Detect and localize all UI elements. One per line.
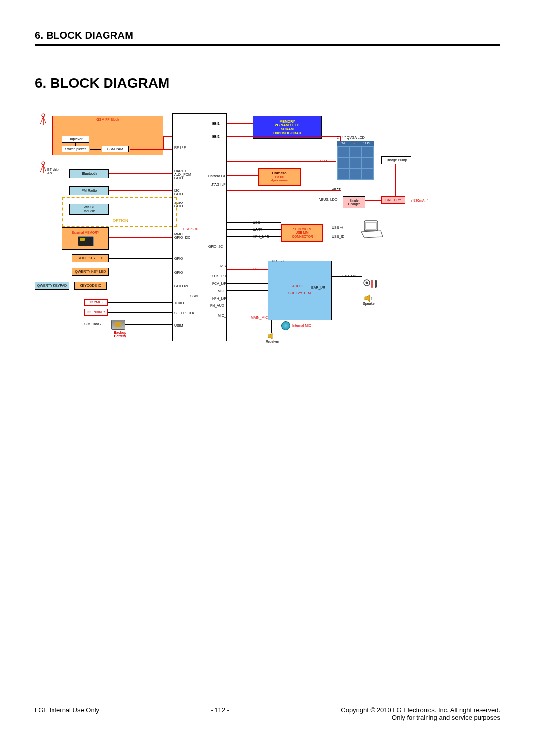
- internal-mic-label: Internal MIC: [292, 324, 311, 327]
- audio-subsystem-block: [268, 261, 332, 320]
- cpu-ebi2-label: EBI2: [212, 135, 220, 138]
- svg-rect-13: [374, 280, 377, 288]
- qwerty-key-led-block: QWERTY KEY LED: [72, 268, 109, 276]
- ear-lr-label: EAR_L/R: [311, 286, 325, 289]
- earphone-icon: [363, 278, 380, 292]
- speaker-icon: [364, 294, 374, 302]
- backup-battery-label: Backup Battery: [114, 331, 126, 338]
- antenna-icon: [40, 161, 48, 174]
- memory-l3: H8BCSOGI0BAR: [273, 131, 301, 135]
- cpu-mic2-label: MIC_: [218, 314, 226, 317]
- lcd-screen-block: Tel●12:45: [337, 141, 374, 180]
- cpu-usim-label: USIM: [174, 324, 183, 327]
- connector-l3: CONNECTOR: [292, 235, 313, 238]
- cpu-sleepclk-label: SLEEP_CLK: [174, 311, 194, 315]
- cpu-uart1-label: UART 1 AUX_PCM GPIO: [174, 169, 191, 180]
- sub-system-label: SUB SYSTEM: [288, 291, 311, 295]
- page-header: 6. BLOCK DIAGRAM: [35, 30, 500, 46]
- rf-block-title: GSM RF Block: [53, 118, 163, 122]
- connector-l1: 5 PIN MICRO: [293, 227, 313, 231]
- usb-connector-block: 5 PIN MICRO USB MMI CONNECTOR: [281, 224, 323, 242]
- battery-capacity-label: ( 930mAh ): [411, 199, 428, 202]
- svg-point-0: [42, 114, 45, 117]
- block-diagram: GSM RF Block Duplexer Switch plexer GSM …: [35, 116, 500, 353]
- cpu-chip-label: ESD6270: [183, 227, 198, 231]
- svg-point-11: [366, 282, 368, 284]
- option-label: OPTION: [113, 219, 128, 223]
- lcd-spec-label: 2 . 4 " QVGA LCD: [337, 136, 365, 139]
- switchplexer-block: Switch plexer: [62, 146, 89, 152]
- qwerty-keypad-block: QWERTY KEYPAD: [35, 282, 69, 290]
- cpu-gpio2-label: GPIO: [174, 271, 183, 274]
- cpu-tcxo-label: TCXO: [174, 302, 184, 305]
- page-footer: LGE Internal Use Only - 112 - Copyright …: [35, 706, 500, 721]
- cpu-gpio3-label: GPIO I2C: [174, 284, 189, 288]
- i2s-if-label: I2 S I / F: [272, 259, 285, 263]
- antenna-icon: [40, 113, 48, 126]
- footer-left: LGE Internal Use Only: [35, 706, 99, 714]
- cpu-ssbi-label: SSBI: [190, 294, 198, 298]
- svg-line-2: [40, 117, 43, 124]
- cpu-i2c-gpio-label: I2C GPIO: [174, 189, 183, 196]
- cpu-spk-label: SPK_L/R: [212, 274, 226, 278]
- laptop-icon: [359, 220, 384, 240]
- audio-label: AUDIO: [292, 284, 303, 288]
- bluetooth-block: Bluetooth: [69, 169, 109, 178]
- internal-mic-icon: [281, 321, 290, 330]
- section-title: 6. BLOCK DIAGRAM: [35, 75, 500, 91]
- connector-l2: USB MMI: [296, 231, 310, 234]
- memory-l1: 2G NAND + 1G: [275, 123, 300, 127]
- cpu-i2s-r-label: I2 S: [220, 264, 226, 268]
- camera-block: Camera 2M FF Hynix sensor: [258, 168, 301, 186]
- svg-line-3: [43, 117, 46, 124]
- sim-card-label: SIM Card -: [84, 322, 101, 326]
- speaker-label: Speaker: [363, 302, 375, 305]
- osc-32khz-block: 32. 7686Hz: [84, 309, 108, 316]
- svg-rect-12: [371, 280, 373, 288]
- camera-title: Camera: [272, 171, 286, 176]
- single-charger-block: Single Charger: [343, 196, 365, 208]
- footer-right1: Copyright © 2010 LG Electronics. Inc. Al…: [341, 706, 500, 714]
- cpu-hph-label: HPH_L/R: [212, 297, 227, 300]
- title-text: 6. BLOCK DIAGRAM: [35, 75, 500, 91]
- camera-l2: Hynix sensor: [271, 179, 288, 182]
- camera-l1: 2M FF: [275, 176, 283, 179]
- cpu-gpio-i2c-r-label: GPIO I2C: [208, 245, 223, 248]
- cpu-mmc-gpio-label: MMC GPIO I2C: [174, 232, 190, 239]
- battery-block: BATTERY: [381, 196, 405, 204]
- cpu-mic-label: MIC_: [218, 289, 226, 293]
- gsm-pam-block: GSM PAM: [102, 146, 129, 152]
- ext-memory-label: External MEMORY: [72, 231, 99, 234]
- cpu-ebi1-label: EBI1: [212, 122, 220, 125]
- cpu-rcv-label: RCV_L/R: [212, 282, 227, 285]
- svg-rect-9: [366, 222, 376, 229]
- osc-19mhz-block: 19.2MHz: [84, 299, 108, 306]
- svg-line-7: [43, 165, 46, 172]
- receiver-icon: [268, 333, 276, 340]
- bt-ant-label: BT chip ANT: [47, 168, 59, 175]
- memory-l2: SDRAM: [281, 127, 294, 131]
- keycode-ic-block: KEYCODE IC: [74, 282, 107, 290]
- sim-icon: [111, 320, 125, 330]
- duplexer-block: Duplexer: [62, 136, 89, 143]
- footer-center: - 112 -: [211, 706, 229, 714]
- cpu-rfif-label: RF I / F: [174, 146, 186, 149]
- footer-right2: Only for training and service purposes: [341, 714, 500, 721]
- svg-line-6: [40, 165, 43, 172]
- slide-key-led-block: SLIDE KEY LED: [72, 254, 109, 262]
- cpu-cam-label: Camera I /F: [208, 174, 226, 178]
- receiver-label: Receiver: [266, 340, 279, 343]
- ext-memory-block: External MEMORY: [62, 227, 109, 250]
- sd-card-icon: [78, 236, 94, 246]
- memory-title: MEMORY: [279, 120, 295, 124]
- cpu-gpio1-label: GPIO: [174, 257, 183, 260]
- cpu-jtag-label: JTAG I /F: [211, 183, 225, 186]
- header-text: 6. BLOCK DIAGRAM: [35, 30, 500, 41]
- charge-pump-block: Charge Pump: [381, 156, 411, 164]
- svg-point-4: [42, 162, 45, 165]
- fm-radio-block: FM Radio: [69, 186, 109, 195]
- cpu-fmaud-label: FM_AUD: [210, 304, 224, 307]
